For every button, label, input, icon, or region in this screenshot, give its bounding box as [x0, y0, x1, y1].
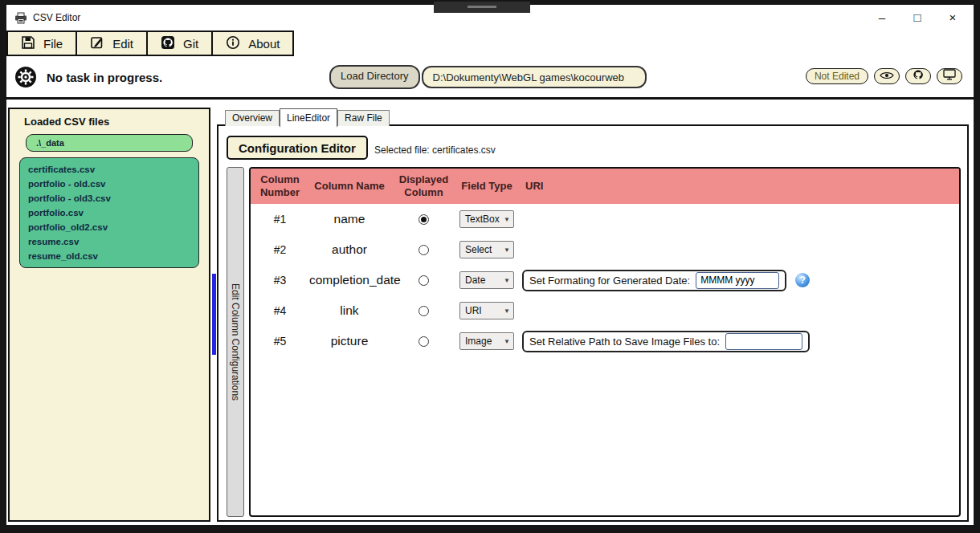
desktop: { "window": { "title": "CSV Editor", "co…: [0, 0, 980, 533]
col-header-number: Column Number: [251, 173, 309, 198]
load-directory-button[interactable]: Load Directory: [329, 65, 420, 89]
column-name: link: [309, 303, 390, 318]
edit-column-configurations-strip[interactable]: Edit Column Configurations: [227, 167, 244, 517]
column-config-table: Column Number Column Name Displayed Colu…: [249, 167, 961, 517]
notch-handle: [468, 6, 496, 8]
git-sync-button[interactable]: [905, 68, 931, 84]
col-header-displayed: Displayed Column: [390, 173, 458, 198]
menu-file[interactable]: File: [8, 32, 77, 55]
date-format-label: Set Formating for Generated Date:: [529, 275, 690, 287]
maximize-button[interactable]: □: [900, 6, 935, 29]
screen-notch: [434, 2, 530, 13]
data-directory-item[interactable]: .\_data: [26, 134, 193, 152]
uri-cell: Set Formating for Generated Date: ?: [516, 270, 959, 291]
displayed-column-radio[interactable]: [419, 214, 429, 225]
list-item[interactable]: portfolio - old3.csv: [20, 191, 198, 205]
col-header-uri: URI: [516, 180, 959, 193]
eye-icon: [880, 69, 894, 83]
tab-rawfile[interactable]: Raw File: [337, 110, 390, 126]
loaded-files-panel: Loaded CSV files .\_data certificates.cs…: [8, 108, 210, 522]
directory-group: Load Directory D:\Dokumenty\WebGL games\…: [329, 65, 647, 89]
displayed-column-radio[interactable]: [419, 336, 429, 347]
image-path-input[interactable]: [725, 333, 802, 350]
column-name: completion_date: [309, 273, 390, 287]
table-row: #2 author Select▼: [251, 234, 959, 265]
app-icon: [14, 12, 27, 24]
screen-button[interactable]: [937, 68, 962, 84]
chevron-down-icon: ▼: [504, 216, 510, 223]
directory-path[interactable]: D:\Dokumenty\WebGL games\kocourweb: [422, 66, 647, 88]
window-controls: – □ ×: [864, 6, 970, 29]
menu-edit[interactable]: Edit: [77, 32, 148, 55]
col-header-name: Column Name: [309, 180, 390, 193]
menu-about[interactable]: About: [213, 32, 292, 55]
minimize-button[interactable]: –: [864, 6, 900, 29]
monitor-icon: [943, 69, 956, 83]
menu-file-label: File: [43, 37, 63, 51]
table-row: #5 picture Image▼ Set Relative Path to S…: [251, 326, 959, 356]
list-item[interactable]: resume_old.csv: [20, 249, 198, 263]
tab-overview[interactable]: Overview: [225, 110, 280, 126]
git-icon: [161, 35, 175, 52]
preview-button[interactable]: [874, 68, 900, 84]
field-type-value: Image: [465, 336, 492, 347]
table-header-row: Column Number Column Name Displayed Colu…: [251, 169, 959, 204]
displayed-column-radio[interactable]: [419, 275, 429, 286]
selected-file-label: Selected file: certificates.csv: [374, 144, 496, 156]
list-item[interactable]: portfolio.csv: [20, 205, 198, 220]
line-editor-panel: Configuration Editor Selected file: cert…: [217, 124, 969, 522]
column-number: #3: [251, 274, 309, 287]
chevron-down-icon: ▼: [504, 338, 510, 345]
scrollbar-thumb[interactable]: [212, 274, 216, 355]
field-type-select[interactable]: Date▼: [459, 271, 514, 289]
table-row: #3 completion_date Date▼ Set Formating f…: [251, 265, 959, 295]
field-type-select[interactable]: Select▼: [459, 241, 514, 258]
info-icon: [226, 35, 240, 52]
menu-edit-label: Edit: [112, 37, 133, 51]
field-type-select[interactable]: Image▼: [459, 332, 514, 350]
menu-git[interactable]: Git: [148, 32, 213, 55]
column-number: #4: [251, 304, 309, 317]
help-icon[interactable]: ?: [795, 273, 810, 287]
image-path-group: Set Relative Path to Save Image Files to…: [522, 331, 810, 352]
uri-cell: Set Relative Path to Save Image Files to…: [516, 331, 959, 352]
window-title: CSV Editor: [33, 12, 80, 23]
task-status: No task in progress.: [47, 71, 162, 84]
save-icon: [21, 35, 35, 52]
tab-lineeditor[interactable]: LineEditor: [280, 108, 337, 128]
field-type-value: TextBox: [465, 214, 500, 225]
app-window: CSV Editor – □ × File Edit Git: [6, 5, 974, 525]
displayed-column-radio[interactable]: [419, 245, 429, 255]
table-row: #1 name TextBox▼: [251, 204, 959, 234]
toolbar: No task in progress. Load Directory D:\D…: [6, 58, 974, 100]
list-item[interactable]: resume.csv: [20, 234, 198, 249]
date-format-input[interactable]: [696, 272, 779, 289]
configuration-editor-title: Configuration Editor: [227, 136, 368, 160]
list-item[interactable]: certificates.csv: [20, 162, 198, 177]
loaded-files-title: Loaded CSV files: [24, 116, 209, 128]
menu-bar: File Edit Git About: [6, 31, 294, 56]
col-header-fieldtype: Field Type: [458, 180, 516, 193]
column-name: picture: [309, 334, 390, 348]
column-name: name: [309, 212, 390, 226]
edit-state-badge[interactable]: Not Edited: [806, 68, 868, 84]
column-name: author: [309, 242, 390, 257]
toolbar-right: Not Edited: [806, 68, 962, 84]
table-row: #4 link URI▼: [251, 295, 959, 326]
displayed-column-radio[interactable]: [419, 306, 429, 316]
close-button[interactable]: ×: [935, 6, 970, 29]
field-type-value: Date: [465, 275, 485, 286]
csv-file-list: certificates.csv portfolio - old.csv por…: [19, 157, 199, 268]
image-path-label: Set Relative Path to Save Image Files to…: [529, 336, 720, 348]
field-type-select[interactable]: TextBox▼: [459, 210, 514, 228]
field-type-select[interactable]: URI▼: [459, 302, 514, 319]
chevron-down-icon: ▼: [504, 307, 510, 315]
menu-about-label: About: [248, 37, 280, 51]
field-type-value: Select: [465, 244, 492, 255]
menu-git-label: Git: [183, 37, 198, 51]
column-number: #2: [251, 243, 309, 256]
gear-icon: [14, 66, 37, 92]
chevron-down-icon: ▼: [504, 277, 510, 284]
list-item[interactable]: portfolio_old2.csv: [20, 220, 198, 234]
list-item[interactable]: portfolio - old.csv: [20, 177, 198, 191]
